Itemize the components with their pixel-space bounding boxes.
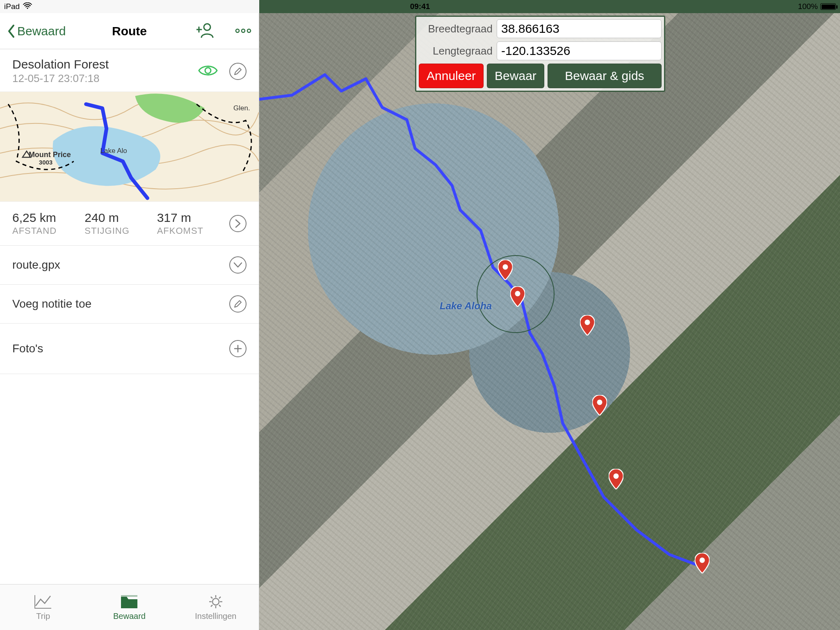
save-button[interactable]: Bewaar (487, 64, 544, 88)
svg-point-4 (236, 29, 239, 32)
svg-text:Lake Alo: Lake Alo (100, 147, 127, 155)
waypoint-pin[interactable] (609, 469, 623, 491)
route-polyline (259, 13, 840, 630)
svg-text:3003: 3003 (39, 159, 52, 166)
svg-point-5 (242, 29, 245, 32)
visibility-toggle[interactable] (198, 64, 218, 79)
route-name: Desolation Forest (12, 57, 198, 71)
back-label: Bewaard (17, 24, 66, 38)
map-view[interactable]: Lake Aloha Breedtegraad Lengtegraad An (259, 13, 840, 630)
chart-icon (33, 593, 53, 610)
file-row[interactable]: route.gpx (0, 246, 259, 285)
stat-distance: 6,25 km AFSTAND (12, 211, 84, 236)
svg-rect-16 (121, 595, 137, 597)
tab-settings[interactable]: Instellingen (173, 584, 259, 630)
waypoint-pin[interactable] (695, 553, 710, 575)
edit-route-button[interactable] (229, 63, 247, 80)
waypoint-pin[interactable] (510, 286, 525, 308)
svg-text:Glen.: Glen. (233, 104, 250, 112)
svg-point-0 (27, 7, 28, 9)
more-button[interactable] (235, 27, 251, 35)
waypoint-pin[interactable] (580, 315, 595, 337)
route-stats[interactable]: 6,25 km AFSTAND 240 m STIJGING 317 m AFK… (0, 202, 259, 246)
route-header: Desolation Forest 12-05-17 23:07:18 (0, 49, 259, 92)
battery-percent: 100% (798, 2, 818, 11)
chevron-right-icon (229, 215, 247, 232)
svg-point-17 (212, 598, 219, 605)
svg-line-24 (219, 597, 221, 598)
coordinate-panel: Breedtegraad Lengtegraad Annuleer Bewaar… (415, 16, 665, 92)
waypoint-pin[interactable] (592, 395, 607, 417)
nav-bar: Bewaard Route (0, 13, 259, 49)
file-name: route.gpx (12, 258, 229, 272)
latitude-label: Breedtegraad (419, 23, 493, 35)
eye-icon (198, 64, 218, 77)
wifi-icon (23, 2, 32, 11)
tab-trip[interactable]: Trip (0, 584, 86, 630)
svg-line-23 (219, 605, 221, 607)
ios-status-bar: iPad 09:41 100% (0, 0, 840, 13)
sidebar: Bewaard Route Desolation Forest 12-05-17… (0, 13, 259, 630)
cancel-button[interactable]: Annuleer (419, 64, 484, 88)
device-label: iPad (4, 2, 20, 11)
back-button[interactable]: Bewaard (7, 24, 66, 38)
svg-point-1 (204, 24, 210, 30)
add-person-button[interactable] (196, 22, 215, 40)
svg-point-6 (247, 29, 251, 32)
tab-bar: Trip Bewaard Instellingen (0, 584, 259, 630)
svg-text:Mount Price: Mount Price (29, 151, 71, 159)
save-guide-button[interactable]: Bewaar & gids (548, 64, 662, 88)
pencil-icon (229, 295, 247, 313)
stat-ascent: 240 m STIJGING (84, 211, 157, 236)
photos-row[interactable]: Foto's (0, 324, 259, 374)
gear-icon (206, 593, 226, 610)
tab-saved[interactable]: Bewaard (86, 584, 172, 630)
svg-line-25 (211, 605, 212, 607)
add-person-icon (196, 22, 215, 39)
battery-icon (820, 3, 836, 10)
waypoint-pin[interactable] (498, 260, 513, 282)
chevron-left-icon (7, 24, 16, 38)
photos-label: Foto's (12, 342, 229, 355)
latitude-input[interactable] (497, 19, 662, 38)
more-icon (235, 28, 251, 33)
svg-line-22 (211, 597, 212, 598)
longitude-label: Lengtegraad (419, 45, 493, 57)
stat-descent: 317 m AFKOMST (157, 211, 229, 236)
add-note-row[interactable]: Voeg notitie toe (0, 285, 259, 324)
longitude-input[interactable] (497, 41, 662, 60)
pencil-icon (233, 67, 242, 76)
folder-icon (119, 593, 139, 610)
clock: 09:41 (0, 2, 840, 11)
svg-point-7 (205, 68, 211, 73)
plus-icon (229, 340, 247, 357)
add-note-label: Voeg notitie toe (12, 297, 229, 310)
lake-aloha-label: Lake Aloha (440, 300, 492, 312)
route-date: 12-05-17 23:07:18 (12, 72, 198, 85)
mini-map[interactable]: Mount Price 3003 Lake Alo Glen. (0, 92, 259, 202)
chevron-down-icon (229, 256, 247, 274)
